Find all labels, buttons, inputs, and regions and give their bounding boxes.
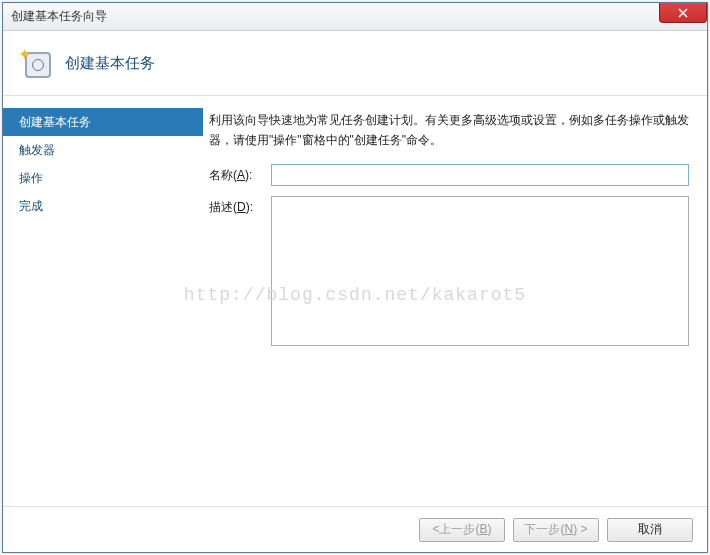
titlebar: 创建基本任务向导 bbox=[3, 3, 707, 31]
window-title: 创建基本任务向导 bbox=[11, 8, 107, 25]
back-button[interactable]: <上一步(B) bbox=[419, 518, 505, 542]
sidebar: 创建基本任务 触发器 操作 完成 bbox=[3, 96, 203, 506]
page-title: 创建基本任务 bbox=[65, 54, 155, 73]
next-button[interactable]: 下一步(N) > bbox=[513, 518, 599, 542]
wizard-window: 创建基本任务向导 ✦ 创建基本任务 创建基本任务 触发器 操作 完成 利用该向导… bbox=[2, 2, 708, 553]
close-button[interactable] bbox=[659, 3, 707, 23]
cancel-button[interactable]: 取消 bbox=[607, 518, 693, 542]
description-label: 描述(D): bbox=[209, 196, 265, 216]
task-wizard-icon: ✦ bbox=[21, 48, 51, 78]
name-row: 名称(A): bbox=[209, 164, 689, 186]
sidebar-item-action[interactable]: 操作 bbox=[3, 164, 203, 192]
main-panel: 利用该向导快速地为常见任务创建计划。有关更多高级选项或设置，例如多任务操作或触发… bbox=[203, 96, 707, 506]
name-input[interactable] bbox=[271, 164, 689, 186]
sidebar-item-trigger[interactable]: 触发器 bbox=[3, 136, 203, 164]
name-label: 名称(A): bbox=[209, 164, 265, 184]
description-row: 描述(D): bbox=[209, 196, 689, 346]
description-input[interactable] bbox=[271, 196, 689, 346]
wizard-footer: <上一步(B) 下一步(N) > 取消 bbox=[3, 506, 707, 552]
wizard-body: 创建基本任务 触发器 操作 完成 利用该向导快速地为常见任务创建计划。有关更多高… bbox=[3, 96, 707, 506]
sidebar-item-create-basic-task[interactable]: 创建基本任务 bbox=[3, 108, 203, 136]
intro-text: 利用该向导快速地为常见任务创建计划。有关更多高级选项或设置，例如多任务操作或触发… bbox=[209, 110, 689, 150]
close-icon bbox=[678, 8, 688, 18]
sidebar-item-finish[interactable]: 完成 bbox=[3, 192, 203, 220]
wizard-header: ✦ 创建基本任务 bbox=[3, 31, 707, 96]
